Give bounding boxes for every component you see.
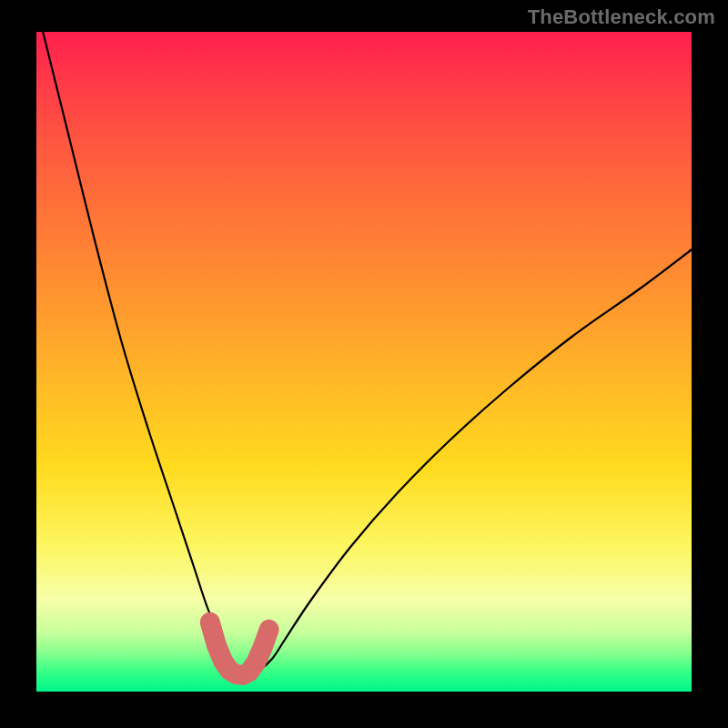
curve-svg	[36, 32, 692, 692]
watermark-text: TheBottleneck.com	[528, 5, 715, 29]
highlight-band-path	[210, 622, 269, 675]
highlight-markers	[210, 622, 269, 675]
bottleneck-curve	[43, 32, 692, 675]
plot-area	[36, 32, 692, 692]
chart-frame: TheBottleneck.com	[0, 0, 728, 728]
